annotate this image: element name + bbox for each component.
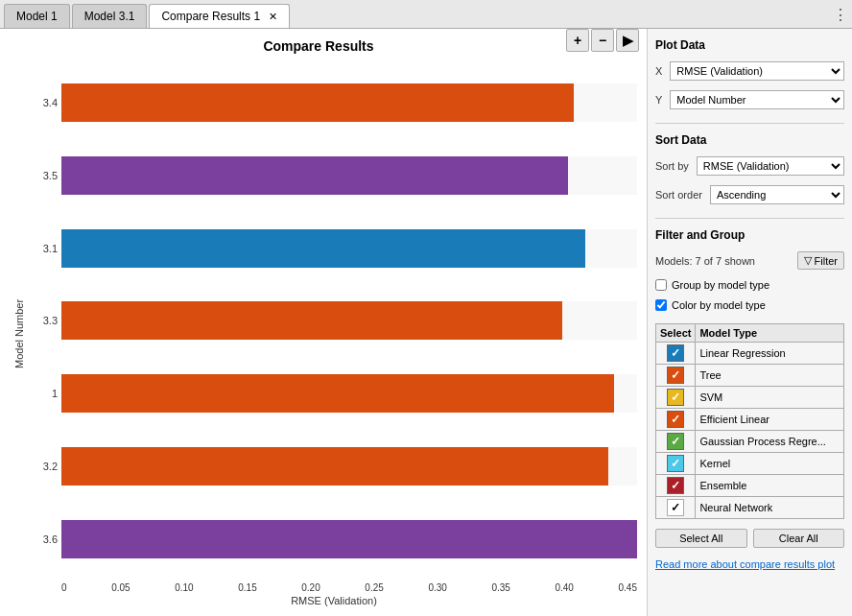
x-tick: 0.25 <box>365 582 383 593</box>
model-type-check-cell: ✓ <box>656 475 696 497</box>
bar-row: 3.3 <box>31 301 637 340</box>
x-axis: 00.050.100.150.200.250.300.350.400.45 <box>31 582 637 593</box>
model-type-check-cell: ✓ <box>656 365 696 387</box>
y-axis-row: Y Model Number <box>655 90 844 109</box>
next-button[interactable]: ▶ <box>616 29 639 52</box>
bar <box>61 83 574 122</box>
model-type-name: Gaussian Process Regre... <box>696 431 844 453</box>
model-type-check-cell: ✓ <box>656 497 696 519</box>
model-type-row: ✓Tree <box>656 365 844 387</box>
tab-model31[interactable]: Model 3.1 <box>72 4 148 28</box>
model-type-row: ✓Kernel <box>656 453 844 475</box>
x-select[interactable]: RMSE (Validation) <box>670 61 844 81</box>
color-swatch-checkbox[interactable]: ✓ <box>667 499 684 516</box>
models-shown-text: Models: 7 of 7 shown <box>655 255 755 267</box>
model-type-check-cell: ✓ <box>656 409 696 431</box>
model-type-name: Neural Network <box>696 497 844 519</box>
model-type-row: ✓Gaussian Process Regre... <box>656 431 844 453</box>
color-swatch-checkbox[interactable]: ✓ <box>667 477 684 494</box>
bar <box>61 301 562 340</box>
filter-icon: ▽ <box>804 254 812 267</box>
bar-row: 3.2 <box>31 447 637 486</box>
filter-button[interactable]: ▽ Filter <box>797 251 844 270</box>
tab-close-icon[interactable]: ✕ <box>269 11 277 22</box>
color-by-checkbox[interactable] <box>655 299 667 311</box>
plot-data-title: Plot Data <box>655 38 844 52</box>
bar-row: 3.1 <box>31 229 637 268</box>
bar-label: 3.4 <box>31 97 58 108</box>
sort-by-row: Sort by RMSE (Validation) <box>655 156 844 176</box>
bar <box>61 374 614 413</box>
chart-title: Compare Results <box>263 38 373 54</box>
select-all-button[interactable]: Select All <box>655 529 747 548</box>
model-type-row: ✓SVM <box>656 387 844 409</box>
bar-track <box>61 229 637 268</box>
tab-compare-results[interactable]: Compare Results 1 ✕ <box>149 4 290 28</box>
bar-label: 1 <box>31 388 58 399</box>
bar-label: 3.6 <box>31 533 58 545</box>
x-tick: 0 <box>61 582 67 593</box>
model-type-name: Ensemble <box>696 475 844 497</box>
color-swatch-checkbox[interactable]: ✓ <box>667 433 684 450</box>
model-type-check-cell: ✓ <box>656 431 696 453</box>
model-type-name: SVM <box>696 387 844 409</box>
tab-menu-icon[interactable]: ⋮ <box>833 6 848 24</box>
bar-label: 3.3 <box>31 315 58 326</box>
content-area: + − ▶ Compare Results Model Number 3.43.… <box>0 29 852 616</box>
y-axis-label: Model Number <box>10 61 29 606</box>
color-swatch-checkbox[interactable]: ✓ <box>667 389 684 406</box>
filter-row: Models: 7 of 7 shown ▽ Filter <box>655 251 844 270</box>
model-type-row: ✓Linear Regression <box>656 343 844 365</box>
model-type-row: ✓Neural Network <box>656 497 844 519</box>
color-by-row: Color by model type <box>655 299 844 311</box>
model-type-table: Select Model Type ✓Linear Regression✓Tre… <box>655 323 844 519</box>
x-tick: 0.10 <box>175 582 193 593</box>
bar-row: 3.5 <box>31 156 637 195</box>
x-axis-row: X RMSE (Validation) <box>655 61 844 81</box>
sort-order-row: Sort order Ascending <box>655 185 844 204</box>
bottom-buttons: Select All Clear All <box>655 529 844 548</box>
bar <box>61 447 608 486</box>
x-tick: 0.30 <box>428 582 446 593</box>
bar-track <box>61 83 637 122</box>
sort-by-select[interactable]: RMSE (Validation) <box>697 156 844 176</box>
divider2 <box>655 218 844 219</box>
x-tick: 0.15 <box>238 582 256 593</box>
tab-bar: Model 1 Model 3.1 Compare Results 1 ✕ ⋮ <box>0 0 852 29</box>
bar-track <box>61 301 637 340</box>
sort-by-label: Sort by <box>655 160 689 172</box>
model-type-name: Tree <box>696 365 844 387</box>
bar-track <box>61 374 637 413</box>
color-swatch-checkbox[interactable]: ✓ <box>667 367 684 384</box>
clear-all-button[interactable]: Clear All <box>753 529 845 548</box>
y-select[interactable]: Model Number <box>670 90 844 109</box>
read-more-link[interactable]: Read more about compare results plot <box>655 557 844 572</box>
model-type-check-cell: ✓ <box>656 453 696 475</box>
color-swatch-checkbox[interactable]: ✓ <box>667 455 684 472</box>
group-by-checkbox[interactable] <box>655 279 667 291</box>
x-label: X <box>655 65 662 77</box>
bar-label: 3.5 <box>31 170 58 181</box>
sort-data-title: Sort Data <box>655 133 844 147</box>
right-panel: Plot Data X RMSE (Validation) Y Model Nu… <box>647 29 852 616</box>
bar <box>61 520 637 558</box>
color-swatch-checkbox[interactable]: ✓ <box>667 344 684 362</box>
bar <box>61 156 568 195</box>
zoom-in-button[interactable]: + <box>566 29 589 52</box>
group-by-row: Group by model type <box>655 279 844 291</box>
color-swatch-checkbox[interactable]: ✓ <box>667 411 684 428</box>
model-type-name: Linear Regression <box>696 343 844 365</box>
toolbar-icons: + − ▶ <box>566 29 639 52</box>
sort-order-select[interactable]: Ascending <box>710 185 844 204</box>
bar-track <box>61 447 637 486</box>
x-axis-label: RMSE (Validation) <box>31 595 637 606</box>
divider1 <box>655 123 844 124</box>
zoom-out-button[interactable]: − <box>591 29 614 52</box>
group-by-label: Group by model type <box>672 279 769 291</box>
model-type-row: ✓Efficient Linear <box>656 409 844 431</box>
color-by-label: Color by model type <box>672 299 766 311</box>
x-tick: 0.20 <box>301 582 320 593</box>
bar-row: 3.4 <box>31 83 637 122</box>
tab-model1[interactable]: Model 1 <box>4 4 70 28</box>
model-type-name: Kernel <box>696 453 844 475</box>
